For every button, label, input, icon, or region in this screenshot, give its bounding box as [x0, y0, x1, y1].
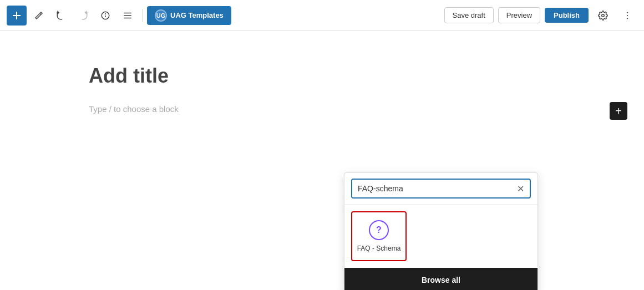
search-row: ✕ [344, 173, 537, 205]
block-item-faq-schema[interactable]: ? FAQ - Schema [351, 211, 407, 261]
faq-schema-label: FAQ - Schema [357, 245, 401, 252]
info-button[interactable] [95, 6, 115, 26]
undo-button[interactable] [51, 6, 71, 26]
uag-badge: UG [155, 9, 167, 22]
add-block-toolbar-button[interactable] [7, 6, 27, 26]
settings-button[interactable] [593, 6, 613, 26]
search-input-wrap: ✕ [351, 179, 531, 199]
more-options-button[interactable] [617, 6, 637, 26]
editor-area: Add title Type / to choose a block + ✕ ?… [0, 31, 644, 136]
block-placeholder: Type / to choose a block + [89, 104, 555, 114]
editor-title-placeholder[interactable]: Add title [89, 64, 555, 88]
list-view-button[interactable] [118, 6, 138, 26]
pen-tool-button[interactable] [29, 6, 49, 26]
toolbar: UG UAG Templates Save draft Preview Publ… [0, 0, 644, 31]
add-block-button[interactable]: + [610, 102, 627, 120]
faq-schema-icon: ? [369, 220, 389, 240]
block-inserter-popup: ✕ ? FAQ - Schema Browse all [344, 172, 538, 290]
svg-point-7 [627, 12, 628, 13]
toolbar-right: Save draft Preview Publish [444, 6, 637, 26]
uag-label: UAG Templates [170, 11, 224, 19]
svg-point-9 [627, 18, 628, 19]
clear-search-button[interactable]: ✕ [511, 184, 530, 194]
toolbar-divider [142, 9, 143, 22]
toolbar-left: UG UAG Templates [7, 6, 231, 26]
browse-all-button[interactable]: Browse all [344, 268, 537, 290]
uag-templates-button[interactable]: UG UAG Templates [147, 6, 231, 25]
svg-point-6 [602, 14, 605, 17]
blocks-grid: ? FAQ - Schema [344, 205, 537, 268]
block-placeholder-text: Type / to choose a block [89, 104, 179, 114]
preview-button[interactable]: Preview [498, 7, 540, 23]
redo-button[interactable] [73, 6, 93, 26]
save-draft-button[interactable]: Save draft [444, 7, 494, 23]
block-search-input[interactable] [352, 180, 511, 197]
publish-button[interactable]: Publish [545, 8, 589, 23]
svg-point-8 [627, 14, 628, 16]
